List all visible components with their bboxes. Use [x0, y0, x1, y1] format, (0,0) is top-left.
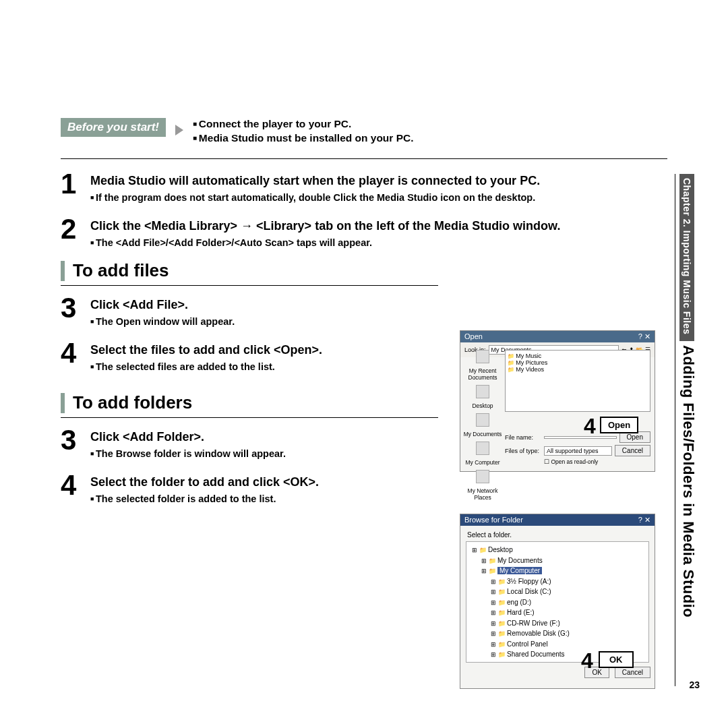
- divider: [61, 158, 667, 159]
- tree-item[interactable]: Local Disk (C:): [491, 586, 643, 597]
- step-sub: If the program does not start automatica…: [90, 192, 535, 203]
- step-sub: The <Add File>/<Add Folder>/<Auto Scan> …: [90, 237, 372, 248]
- tree-item[interactable]: CD-RW Drive (F:): [491, 618, 643, 629]
- tree-item[interactable]: My Computer: [481, 566, 643, 576]
- ok-callout: OK: [599, 651, 634, 668]
- filetype-combo[interactable]: All supported types: [544, 446, 612, 456]
- cancel-button[interactable]: Cancel: [615, 667, 650, 678]
- step-number: 2: [61, 215, 78, 248]
- step-number: 4: [61, 339, 78, 372]
- open-callout: Open: [600, 417, 638, 433]
- before-badge: Before you start!: [61, 118, 166, 137]
- step-2: 2 Click the <Media Library> → <Library> …: [61, 215, 667, 248]
- chapter-label: Chapter 2. Importing Music Files: [679, 174, 694, 341]
- folder-icon: [476, 350, 489, 363]
- tree-item[interactable]: Control Panel: [491, 639, 643, 650]
- folder-icon: [476, 413, 489, 427]
- step-sub: The selected files are added to the list…: [90, 361, 275, 372]
- divider: [61, 417, 438, 418]
- step-number: 3: [61, 426, 78, 459]
- section-heading-files: To add files: [61, 260, 667, 281]
- step-text: Select the files to add and click <Open>…: [90, 343, 322, 357]
- step-number: 4: [61, 471, 78, 504]
- places-bar[interactable]: My Recent Documents Desktop My Documents…: [463, 350, 502, 505]
- readonly-check[interactable]: ☐ Open as read-only: [544, 458, 598, 465]
- tree-item[interactable]: eng (D:): [491, 597, 643, 608]
- step-number: 1: [61, 170, 78, 203]
- sidebar-rule: [675, 174, 675, 686]
- list-item[interactable]: My Videos: [508, 366, 648, 373]
- step-sub: The Browse folder is window will appear.: [90, 448, 286, 459]
- filename-input[interactable]: [544, 436, 617, 439]
- step-sub: The selected folder is added to the list…: [90, 493, 276, 504]
- folder-icon: [476, 470, 489, 483]
- step-number: 3: [61, 294, 78, 327]
- before-item: Connect the player to your PC.: [193, 118, 413, 130]
- dialog-titlebar: Browse for Folder ? ✕: [460, 514, 655, 526]
- files-step-3: 3 Click <Add File>. The Open window will…: [61, 294, 667, 327]
- filetype-label: Files of type:: [505, 448, 541, 454]
- step-text: Click <Add File>.: [90, 298, 235, 312]
- sidebar: Chapter 2. Importing Music Files Adding …: [679, 174, 700, 659]
- step-text: Click <Add Folder>.: [90, 430, 286, 444]
- close-icon[interactable]: ? ✕: [638, 332, 650, 341]
- file-list[interactable]: My Music My Pictures My Videos: [505, 350, 650, 412]
- open-dialog-screenshot: Open ? ✕ Look in: My Documents ⬅ ⬆ 📂 ☰ M…: [460, 330, 655, 472]
- arrow-icon: [175, 125, 183, 135]
- page-title: Adding Files/Folders in Media Studio: [679, 345, 697, 617]
- callout-number: 4: [584, 414, 596, 439]
- before-you-start: Before you start! Connect the player to …: [61, 118, 667, 146]
- tree-item[interactable]: Desktop: [472, 545, 643, 555]
- tree-item[interactable]: Hard (E:): [491, 607, 643, 618]
- step-text: Media Studio will automatically start wh…: [90, 174, 540, 188]
- callout-number: 4: [581, 648, 593, 673]
- list-item[interactable]: My Music: [508, 353, 648, 359]
- step-1: 1 Media Studio will automatically start …: [61, 170, 667, 203]
- cancel-button[interactable]: Cancel: [615, 445, 650, 456]
- dialog-titlebar: Open ? ✕: [460, 331, 655, 342]
- tree-item[interactable]: Removable Disk (G:): [491, 628, 643, 639]
- before-item: Media Studio must be installed on your P…: [193, 132, 413, 144]
- section-title: To add files: [73, 260, 169, 281]
- step-text: Select the folder to add and click <OK>.: [90, 475, 319, 489]
- folder-icon: [476, 442, 489, 455]
- close-icon[interactable]: ? ✕: [638, 516, 650, 524]
- tree-item[interactable]: 3½ Floppy (A:): [491, 576, 643, 587]
- tree-item[interactable]: My Documents: [481, 555, 643, 566]
- dialog-title: Open: [464, 332, 483, 341]
- folder-icon: [476, 385, 489, 398]
- section-bar-icon: [61, 261, 65, 281]
- step-sub: The Open window will appear.: [90, 316, 235, 327]
- section-title: To add folders: [73, 392, 192, 413]
- divider: [61, 285, 438, 286]
- section-bar-icon: [61, 393, 65, 413]
- folders-step-4: 4 Select the folder to add and click <OK…: [61, 471, 667, 504]
- dialog-title: Browse for Folder: [464, 516, 523, 524]
- folder-tree[interactable]: DesktopMy DocumentsMy Computer3½ Floppy …: [466, 541, 649, 663]
- filename-label: File name:: [505, 434, 541, 441]
- step-text: Click the <Media Library> → <Library> ta…: [90, 219, 560, 233]
- dialog-instruction: Select a folder.: [460, 526, 655, 541]
- list-item[interactable]: My Pictures: [508, 359, 648, 366]
- page-number: 23: [689, 679, 700, 690]
